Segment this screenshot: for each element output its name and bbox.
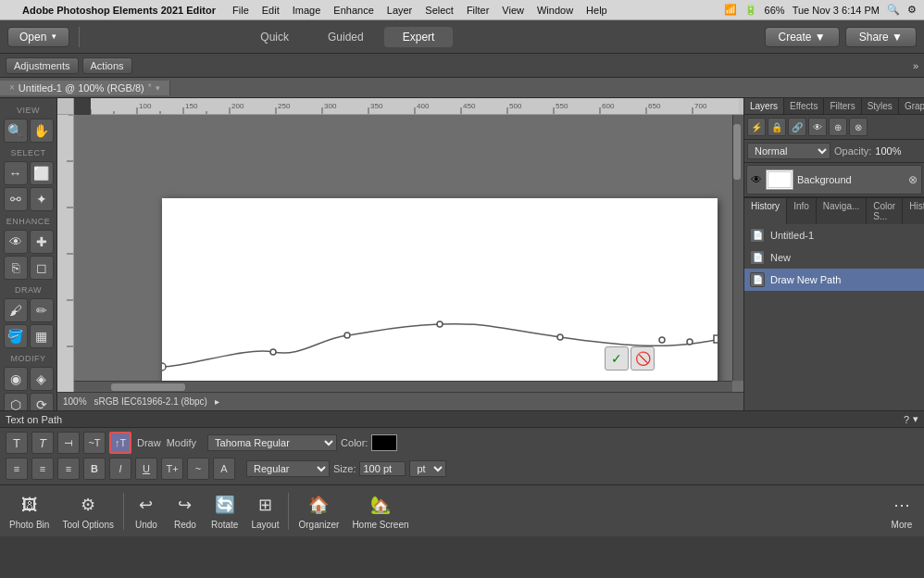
layer-item-background[interactable]: 👁 Background ⊗ [746,165,922,195]
tool-options-button[interactable]: ⚙ Tool Options [56,488,119,534]
layer-tool-5[interactable]: ⊕ [829,118,847,136]
tab-styles[interactable]: Styles [862,98,899,114]
layer-delete-icon[interactable]: ⊗ [908,173,918,186]
text-warped-style[interactable]: ~ [187,458,209,480]
blur-tool[interactable]: ◉ [4,367,28,391]
redo-button[interactable]: ↪ Redo [167,488,204,534]
text-style-bold[interactable]: B [83,458,106,480]
tab-color-swatches[interactable]: Color S... [867,198,903,224]
canvas-drawing-area[interactable]: ✓ 🚫 + [74,115,743,392]
tab-history[interactable]: History [744,198,787,224]
brush-tool[interactable]: 🖌 [4,298,28,322]
move-tool[interactable]: ↔ [4,161,28,185]
text-faux-bold[interactable]: T+ [161,458,183,480]
size-input[interactable] [359,461,406,476]
layout-button[interactable]: ⊞ Layout [245,488,284,534]
home-screen-button[interactable]: 🏡 Home Screen [346,488,414,534]
gradient-tool[interactable]: ▦ [30,324,54,348]
tab-navigator[interactable]: Naviga... [817,198,867,224]
tab-guided[interactable]: Guided [309,27,382,47]
history-item-new[interactable]: 📄 New [744,246,924,269]
document-tab[interactable]: × Untitled-1 @ 100% (RGB/8) * ▾ [0,81,170,95]
layer-tool-3[interactable]: 🔗 [788,118,806,136]
eye-tool[interactable]: 👁 [4,230,28,254]
menu-edit[interactable]: Edit [256,4,285,17]
text-align-center[interactable]: ≡ [31,458,54,480]
search-icon[interactable]: 🔍 [887,4,900,16]
tab-graphics[interactable]: Graphics [899,98,924,114]
font-select[interactable]: Tahoma Regular [207,434,337,451]
text-on-path-collapse-button[interactable]: ▾ [913,413,918,425]
marquee-tool[interactable]: ⬜ [30,161,54,185]
adjustments-button[interactable]: Adjustments [6,57,79,74]
more-button[interactable]: ⋯ More [883,488,920,534]
sharpen-tool[interactable]: ◈ [30,367,54,391]
menu-window[interactable]: Window [531,4,579,17]
text-align-left[interactable]: ≡ [6,458,28,480]
text-on-path-help-button[interactable]: ? [904,414,909,425]
h-scroll-thumb[interactable] [111,383,185,391]
zoom-tool[interactable]: 🔍 [4,119,28,143]
open-button[interactable]: Open ▼ [7,27,69,47]
smudge-tool[interactable]: ⟳ [30,393,54,410]
paint-bucket-tool[interactable]: 🪣 [4,324,28,348]
document-tab-arrow[interactable]: ▾ [156,83,160,93]
text-style-underline[interactable]: U [135,458,157,480]
undo-button[interactable]: ↩ Undo [128,488,165,534]
text-tool-vertical[interactable]: T [57,432,80,454]
status-arrow[interactable]: ▸ [215,396,219,407]
hand-tool[interactable]: ✋ [30,119,54,143]
path-cancel-button[interactable]: 🚫 [631,346,655,371]
close-tab-button[interactable]: × [9,82,15,93]
organizer-button[interactable]: 🏠 Organizer [293,488,344,534]
horizontal-scrollbar[interactable] [74,381,732,392]
menu-view[interactable]: View [496,4,530,17]
menu-select[interactable]: Select [419,4,459,17]
v-scroll-thumb[interactable] [733,124,741,180]
text-align-right[interactable]: ≡ [57,458,80,480]
text-style-italic2[interactable]: I [109,458,131,480]
lasso-tool[interactable]: ⚯ [4,187,28,211]
share-button[interactable]: Share ▼ [845,27,917,47]
layer-tool-1[interactable]: ⚡ [747,118,766,136]
clone-tool[interactable]: ⎘ [4,256,28,280]
history-item-draw-path[interactable]: 📄 Draw New Path [744,269,924,291]
history-item-untitled[interactable]: 📄 Untitled-1 [744,224,924,246]
text-tool-italic[interactable]: T [31,432,54,454]
create-button[interactable]: Create ▼ [765,27,840,47]
healing-tool[interactable]: ✚ [30,230,54,254]
text-tool-modify[interactable]: ↑T [109,432,131,454]
menu-help[interactable]: Help [581,4,613,17]
color-picker[interactable] [371,434,397,451]
menu-filter[interactable]: Filter [461,4,494,17]
layer-tool-4[interactable]: 👁 [808,118,827,136]
tab-expert[interactable]: Expert [384,27,454,47]
blend-mode-select[interactable]: Normal [747,143,830,159]
vertical-scrollbar[interactable] [732,115,743,381]
path-accept-button[interactable]: ✓ [605,346,629,371]
rotate-button[interactable]: 🔄 Rotate [206,488,243,534]
text-color-box[interactable]: A [213,458,235,480]
eraser-tool[interactable]: ◻ [30,256,54,280]
expand-panel-button[interactable]: » [913,60,918,71]
tab-histogram[interactable]: Histog... [903,198,924,224]
text-tool-normal[interactable]: T [6,432,28,454]
menu-enhance[interactable]: Enhance [328,4,379,17]
text-tool-warped[interactable]: ~T [83,432,106,454]
tab-info[interactable]: Info [787,198,817,224]
menu-layer[interactable]: Layer [381,4,418,17]
layer-tool-6[interactable]: ⊗ [849,118,868,136]
sponge-tool[interactable]: ⬡ [4,393,28,410]
magic-wand-tool[interactable]: ✦ [30,187,54,211]
font-style-select[interactable]: Regular [246,460,330,477]
photo-bin-button[interactable]: 🖼 Photo Bin [4,488,55,534]
actions-button[interactable]: Actions [82,57,132,74]
tab-filters[interactable]: Filters [824,98,861,114]
layer-tool-2[interactable]: 🔒 [768,118,786,136]
layer-visibility-icon[interactable]: 👁 [751,173,762,186]
tab-quick[interactable]: Quick [242,27,307,47]
size-unit-select[interactable]: pt px [409,460,446,477]
controls-icon[interactable]: ⚙ [907,4,917,16]
menu-file[interactable]: File [227,4,255,17]
menu-image[interactable]: Image [287,4,327,17]
